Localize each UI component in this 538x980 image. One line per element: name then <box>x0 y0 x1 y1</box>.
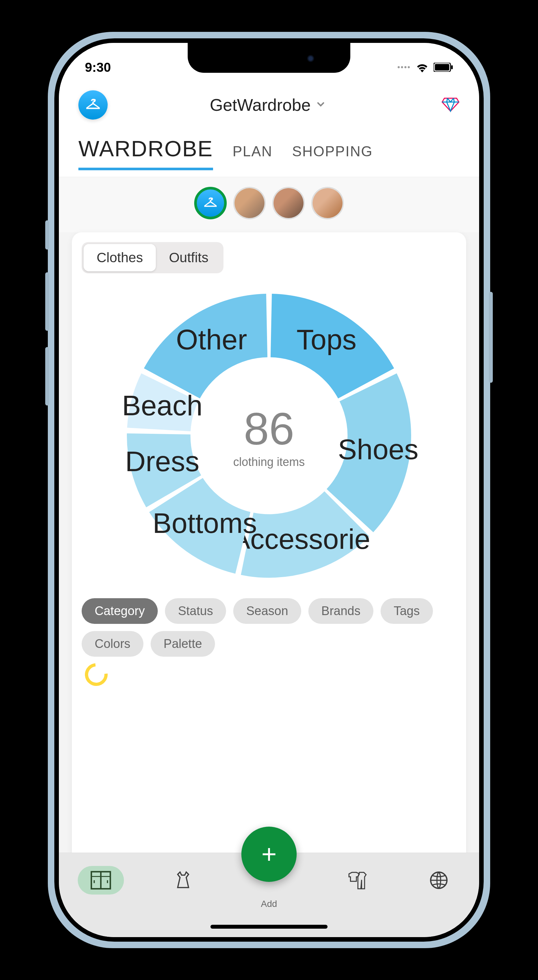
tab-plan[interactable]: PLAN <box>233 143 273 166</box>
donut-slice-label: Bottoms <box>153 507 257 539</box>
donut-slice-label: Other <box>176 324 247 355</box>
nav-add-label: Add <box>261 899 277 909</box>
profile-avatar-1[interactable] <box>233 187 266 220</box>
phone-power-button <box>489 292 493 383</box>
chip-tags[interactable]: Tags <box>381 598 433 624</box>
hanger-icon <box>85 97 101 113</box>
donut-center: 86 clothing items <box>233 402 305 469</box>
battery-icon <box>434 63 453 72</box>
profile-main[interactable] <box>194 187 227 220</box>
phone-frame: 9:30 •••• GetWardrobe <box>48 32 490 948</box>
profile-selector <box>59 177 479 232</box>
main-tabs: WARDROBE PLAN SHOPPING <box>59 132 479 177</box>
donut-slice-label: Shoes <box>338 433 418 465</box>
progress-ring-icon <box>80 659 113 691</box>
hanger-icon <box>203 196 218 210</box>
phone-silent-switch <box>45 220 49 250</box>
hint-row <box>81 657 457 692</box>
nav-globe[interactable] <box>417 866 460 894</box>
donut-slice-label: Dress <box>125 445 200 477</box>
globe-icon <box>429 870 449 890</box>
avatar <box>235 188 265 218</box>
donut-total: 86 <box>233 402 305 455</box>
chip-status[interactable]: Status <box>165 598 226 624</box>
profile-avatar-3[interactable] <box>311 187 344 220</box>
svg-rect-2 <box>451 65 453 69</box>
phone-notch <box>188 43 350 73</box>
wifi-icon <box>415 62 429 72</box>
profile-avatar-2[interactable] <box>272 187 305 220</box>
donut-sublabel: clothing items <box>233 455 305 469</box>
chip-brands[interactable]: Brands <box>308 598 374 624</box>
status-time: 9:30 <box>85 60 111 75</box>
plus-icon: + <box>262 841 277 867</box>
tab-shopping[interactable]: SHOPPING <box>292 143 373 166</box>
app-title-dropdown[interactable]: GetWardrobe <box>104 95 432 115</box>
chevron-down-icon <box>315 99 326 111</box>
wardrobe-icon <box>89 870 112 890</box>
screen: 9:30 •••• GetWardrobe <box>59 43 479 937</box>
app-title: GetWardrobe <box>210 95 311 115</box>
segmented-control: Clothes Outfits <box>81 242 224 273</box>
outfit-icon <box>347 870 367 891</box>
donut-slice-label: Beach <box>122 390 203 422</box>
avatar <box>313 188 343 218</box>
app-logo[interactable] <box>78 90 108 119</box>
segment-outfits[interactable]: Outfits <box>156 244 221 271</box>
nav-dress[interactable] <box>162 866 204 895</box>
home-indicator[interactable] <box>211 925 327 929</box>
app-header: GetWardrobe <box>59 82 479 132</box>
chip-category[interactable]: Category <box>81 598 158 624</box>
dress-icon <box>174 870 193 891</box>
phone-volume-up <box>45 272 49 331</box>
segment-clothes[interactable]: Clothes <box>84 244 156 271</box>
wardrobe-card: Clothes Outfits TopsShoesAccessorieBotto… <box>72 232 466 924</box>
nav-wardrobe[interactable] <box>78 866 124 894</box>
phone-volume-down <box>45 347 49 406</box>
svg-rect-1 <box>435 64 449 70</box>
chip-season[interactable]: Season <box>233 598 301 624</box>
filter-chips: Category Status Season Brands Tags Color… <box>81 598 457 657</box>
tab-wardrobe[interactable]: WARDROBE <box>78 136 213 170</box>
gem-icon[interactable] <box>441 95 460 115</box>
donut-slice-label: Tops <box>296 324 356 355</box>
cellular-dots-icon: •••• <box>397 63 411 72</box>
chip-palette[interactable]: Palette <box>151 631 215 657</box>
chip-colors[interactable]: Colors <box>81 631 144 657</box>
nav-outfit[interactable] <box>335 866 379 895</box>
donut-chart[interactable]: TopsShoesAccessorieBottomsDressBeachOthe… <box>81 286 457 585</box>
add-button[interactable]: + <box>241 827 297 882</box>
avatar <box>273 188 303 218</box>
